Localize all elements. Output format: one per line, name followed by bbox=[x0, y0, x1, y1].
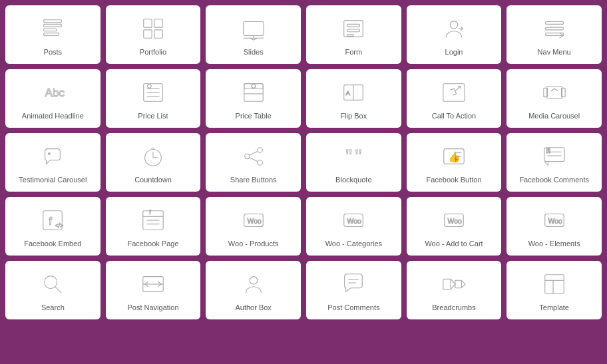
widget-item-call-to-action[interactable]: Call To Action bbox=[407, 69, 502, 128]
widget-label-price-table: Price Table bbox=[236, 111, 272, 120]
widget-item-slides[interactable]: Slides bbox=[206, 5, 301, 64]
share-buttons-icon bbox=[239, 142, 268, 171]
widget-item-price-list[interactable]: Price List bbox=[106, 69, 201, 128]
svg-line-46 bbox=[250, 151, 257, 155]
facebook-page-icon: f bbox=[138, 206, 168, 235]
widget-item-template[interactable]: Template bbox=[506, 261, 602, 319]
widget-item-woo-cart[interactable]: WooWoo - Add to Cart bbox=[407, 197, 502, 256]
svg-line-47 bbox=[250, 158, 257, 162]
widget-label-woo-cart: Woo - Add to Cart bbox=[425, 239, 483, 248]
posts-icon bbox=[38, 14, 67, 43]
widget-item-search[interactable]: Search bbox=[5, 261, 101, 319]
widget-label-facebook-comments: Facebook Comments bbox=[519, 175, 589, 184]
svg-text:[f]: [f] bbox=[546, 147, 550, 153]
svg-point-15 bbox=[450, 21, 457, 28]
svg-point-29 bbox=[252, 84, 256, 88]
facebook-embed-icon: f</> bbox=[38, 206, 67, 235]
svg-point-25 bbox=[147, 84, 151, 88]
widget-label-countdown: Countdown bbox=[134, 175, 172, 184]
svg-rect-81 bbox=[443, 279, 451, 289]
widget-item-author-box[interactable]: Author Box bbox=[206, 261, 301, 319]
svg-point-74 bbox=[45, 275, 57, 288]
widget-item-price-table[interactable]: Price Table bbox=[206, 69, 301, 128]
svg-rect-3 bbox=[44, 33, 59, 35]
call-to-action-icon bbox=[439, 78, 469, 107]
widget-item-share-buttons[interactable]: Share Buttons bbox=[206, 133, 301, 192]
widget-label-animated-headline: Animated Headline bbox=[22, 111, 84, 120]
widget-item-testimonial-carousel[interactable]: "Testimonial Carousel bbox=[5, 133, 101, 192]
countdown-icon bbox=[138, 142, 168, 171]
svg-rect-17 bbox=[545, 21, 563, 24]
widget-label-testimonial-carousel: Testimonial Carousel bbox=[19, 175, 87, 184]
widget-label-woo-categories: Woo - Categories bbox=[325, 239, 382, 248]
widget-item-portfolio[interactable]: Portfolio bbox=[106, 5, 201, 64]
svg-text:Woo: Woo bbox=[347, 218, 361, 225]
post-comments-icon bbox=[339, 270, 368, 299]
svg-point-78 bbox=[250, 276, 257, 283]
portfolio-icon bbox=[138, 14, 168, 43]
widget-label-nav-menu: Nav Menu bbox=[538, 47, 571, 57]
facebook-comments-icon: [f] bbox=[540, 142, 569, 171]
svg-rect-35 bbox=[546, 86, 562, 98]
svg-point-43 bbox=[257, 148, 262, 153]
nav-menu-icon bbox=[540, 14, 569, 43]
widget-label-woo-products: Woo - Products bbox=[228, 239, 279, 248]
widget-item-flip-box[interactable]: AFlip Box bbox=[306, 69, 401, 128]
template-icon bbox=[540, 270, 569, 299]
widget-item-facebook-button[interactable]: 👍Facebook Button bbox=[407, 133, 502, 192]
svg-rect-7 bbox=[154, 30, 162, 38]
widget-label-post-comments: Post Comments bbox=[327, 303, 379, 312]
svg-text:": " bbox=[345, 145, 353, 165]
widget-item-post-comments[interactable]: Post Comments bbox=[306, 261, 401, 319]
animated-headline-icon: Abc bbox=[38, 78, 67, 107]
widget-item-facebook-comments[interactable]: [f]Facebook Comments bbox=[506, 133, 602, 192]
widget-item-posts[interactable]: Posts bbox=[5, 5, 101, 64]
widget-item-countdown[interactable]: Countdown bbox=[106, 133, 201, 192]
svg-text:": " bbox=[49, 151, 51, 158]
svg-rect-83 bbox=[544, 275, 564, 294]
widget-item-media-carousel[interactable]: Media Carousel bbox=[506, 69, 602, 128]
widget-label-breadcrumbs: Breadcrumbs bbox=[432, 303, 475, 312]
svg-text:": " bbox=[355, 145, 362, 165]
svg-rect-2 bbox=[44, 29, 57, 31]
woo-elements-icon: Woo bbox=[540, 206, 569, 235]
woo-categories-icon: Woo bbox=[339, 206, 368, 235]
svg-text:f: f bbox=[149, 208, 151, 215]
svg-line-34 bbox=[455, 86, 461, 91]
widget-item-woo-elements[interactable]: WooWoo - Elements bbox=[506, 197, 602, 256]
widget-item-form[interactable]: Form bbox=[306, 5, 401, 64]
svg-text:Abc: Abc bbox=[45, 87, 65, 99]
widget-item-woo-products[interactable]: WooWoo - Products bbox=[206, 197, 301, 256]
widget-item-blockquote[interactable]: ""Blockquote bbox=[306, 133, 401, 192]
widget-label-price-list: Price List bbox=[138, 111, 168, 120]
svg-rect-1 bbox=[44, 24, 62, 27]
price-list-icon bbox=[138, 78, 168, 107]
svg-rect-4 bbox=[144, 19, 152, 27]
widget-item-breadcrumbs[interactable]: Breadcrumbs bbox=[407, 261, 502, 319]
svg-rect-6 bbox=[144, 30, 152, 38]
widget-label-form: Form bbox=[345, 47, 362, 57]
widget-item-login[interactable]: Login bbox=[407, 5, 502, 64]
post-navigation-icon bbox=[138, 270, 168, 299]
svg-line-75 bbox=[55, 287, 62, 293]
widget-item-nav-menu[interactable]: Nav Menu bbox=[506, 5, 602, 64]
facebook-button-icon: 👍 bbox=[439, 142, 469, 171]
svg-rect-14 bbox=[347, 34, 354, 36]
widget-label-facebook-embed: Facebook Embed bbox=[24, 239, 81, 248]
svg-rect-8 bbox=[243, 21, 263, 35]
widget-item-animated-headline[interactable]: AbcAnimated Headline bbox=[5, 69, 101, 128]
svg-text:A: A bbox=[346, 89, 351, 96]
widget-item-woo-categories[interactable]: WooWoo - Categories bbox=[306, 197, 401, 256]
widget-item-facebook-embed[interactable]: f</>Facebook Embed bbox=[5, 197, 101, 256]
widget-grid: PostsPortfolioSlidesFormLoginNav MenuAbc… bbox=[5, 5, 602, 319]
form-icon bbox=[339, 14, 368, 43]
widget-label-woo-elements: Woo - Elements bbox=[528, 239, 580, 248]
widget-label-flip-box: Flip Box bbox=[340, 111, 367, 120]
woo-cart-icon: Woo bbox=[439, 206, 469, 235]
price-table-icon bbox=[239, 78, 268, 107]
svg-point-44 bbox=[244, 154, 250, 159]
svg-text:</>: </> bbox=[55, 222, 63, 229]
widget-item-post-navigation[interactable]: Post Navigation bbox=[106, 261, 201, 319]
widget-item-facebook-page[interactable]: fFacebook Page bbox=[106, 197, 201, 256]
media-carousel-icon bbox=[540, 78, 569, 107]
